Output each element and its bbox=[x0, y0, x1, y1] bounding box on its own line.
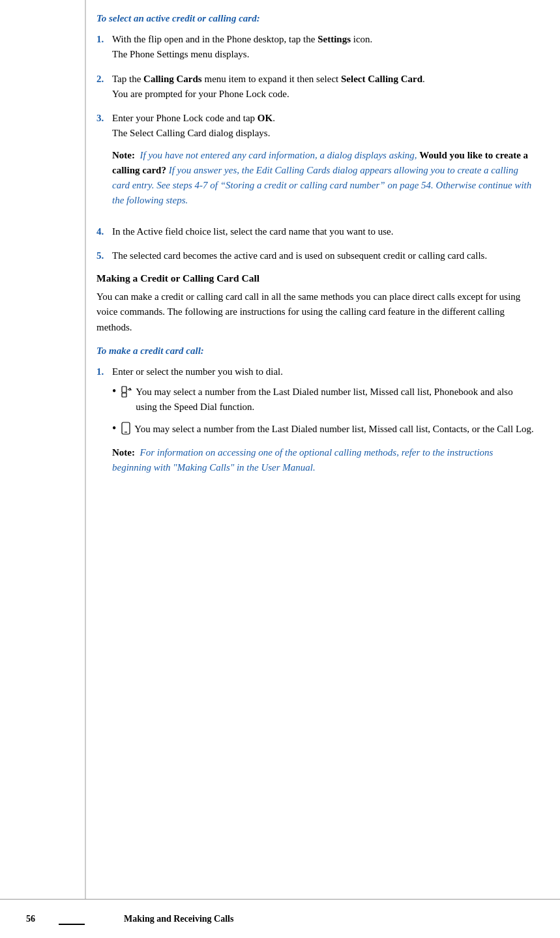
step-5-number: 5. bbox=[96, 248, 112, 263]
note2-italic: For information on accessing one of the … bbox=[112, 447, 493, 473]
section3-title: To make a credit card call: bbox=[96, 345, 534, 357]
bullet-2: • You may select a number from the Last … bbox=[112, 422, 534, 439]
straight-phone-icon bbox=[120, 422, 132, 439]
step-1-number: 1. bbox=[96, 32, 112, 63]
step-2-content: Tap the Calling Cards menu item to expan… bbox=[112, 72, 534, 102]
bullet-1: • You may select a number from the Last … bbox=[112, 385, 534, 415]
left-bottom-mark bbox=[59, 924, 85, 925]
bullet-dot-1: • bbox=[112, 383, 116, 400]
settings-bold: Settings bbox=[317, 34, 351, 44]
step-1: 1. With the flip open and in the Phone d… bbox=[96, 32, 534, 63]
note-italic-1: If you have not entered any card informa… bbox=[140, 150, 417, 160]
left-border bbox=[85, 0, 86, 899]
section3-step1-number: 1. bbox=[96, 364, 112, 482]
footer-bar: 56 Making and Receiving Calls bbox=[0, 899, 560, 938]
step-2-number: 2. bbox=[96, 72, 112, 102]
step-4-number: 4. bbox=[96, 224, 112, 239]
footer-page-number: 56 bbox=[26, 914, 59, 924]
step-5: 5. The selected card becomes the active … bbox=[96, 248, 534, 263]
select-calling-card-bold: Select Calling Card bbox=[341, 74, 422, 84]
calling-cards-bold: Calling Cards bbox=[143, 74, 202, 84]
note-block-2: Note: For information on accessing one o… bbox=[112, 445, 534, 476]
bullet-1-text: You may select a number from the Last Di… bbox=[136, 385, 534, 415]
step-4-content: In the Active field choice list, select … bbox=[112, 224, 534, 239]
note-label-2: Note: bbox=[112, 447, 135, 458]
step-1-content: With the flip open and in the Phone desk… bbox=[112, 32, 534, 63]
section-title: To select an active credit or calling ca… bbox=[96, 13, 534, 24]
section3-step1-content: Enter or select the number you wish to d… bbox=[112, 364, 534, 482]
bullet-2-text: You may select a number from the Last Di… bbox=[134, 422, 534, 437]
step-3: 3. Enter your Phone Lock code and tap OK… bbox=[96, 111, 534, 215]
bullet-list: • You may select a number from the Last … bbox=[112, 385, 534, 439]
page-container: To select an active credit or calling ca… bbox=[0, 0, 560, 938]
section2-paragraph: You can make a credit or calling card ca… bbox=[96, 289, 534, 335]
step-list: 1. With the flip open and in the Phone d… bbox=[96, 32, 534, 263]
step-4: 4. In the Active field choice list, sele… bbox=[96, 224, 534, 239]
step-3-number: 3. bbox=[96, 111, 112, 215]
section3-step1: 1. Enter or select the number you wish t… bbox=[96, 364, 534, 482]
footer-title: Making and Receiving Calls bbox=[124, 914, 233, 924]
ok-bold: OK bbox=[258, 113, 273, 123]
step-2: 2. Tap the Calling Cards menu item to ex… bbox=[96, 72, 534, 102]
step-3-content: Enter your Phone Lock code and tap OK. T… bbox=[112, 111, 534, 215]
note-label-1: Note: bbox=[112, 150, 135, 160]
note-italic-2: If you answer yes, the Edit Calling Card… bbox=[112, 165, 531, 206]
bullet-dot-2: • bbox=[112, 420, 116, 437]
step-5-content: The selected card becomes the active car… bbox=[112, 248, 534, 263]
flip-phone-icon bbox=[120, 385, 133, 402]
content-area: To select an active credit or calling ca… bbox=[96, 13, 534, 938]
section2-heading: Making a Credit or Calling Card Call bbox=[96, 272, 534, 284]
note-block-1: Note: If you have not entered any card i… bbox=[112, 148, 534, 209]
